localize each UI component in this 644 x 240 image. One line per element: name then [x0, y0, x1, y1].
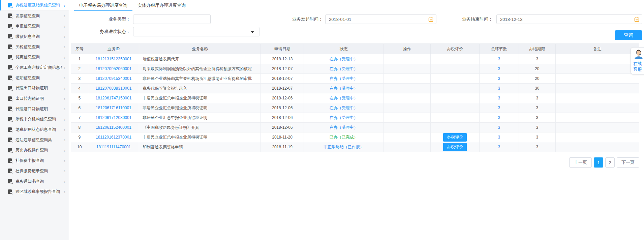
end-time-input[interactable]	[497, 17, 634, 22]
business-id-link[interactable]: 1812061716110001	[96, 106, 131, 110]
sidebar-item[interactable]: 跨区域涉税事项报告查询 ›	[0, 186, 69, 197]
header-status: 状态	[304, 44, 384, 54]
table-header-row: 序号 业务ID 业务名称 申请日期 状态 操作 办税评价 总环节数 办结期限 备…	[71, 44, 639, 54]
calendar-icon[interactable]	[634, 17, 639, 22]
total-steps-link[interactable]: 3	[498, 57, 500, 61]
total-steps-link[interactable]: 3	[498, 96, 500, 100]
tab-office-progress-query[interactable]: 实体办税厅办理进度查询	[132, 0, 191, 11]
customer-service-widget[interactable]: 在线客服	[631, 47, 644, 74]
cell-evaluation	[431, 74, 480, 84]
progress-status-select[interactable]	[133, 27, 259, 36]
sidebar-item[interactable]: 办税进度及结果信息查询 ›	[0, 0, 69, 11]
cell-apply-date: 2018-12-06	[261, 123, 304, 132]
total-steps-link[interactable]: 3	[498, 66, 500, 71]
total-steps-link[interactable]: 3	[498, 115, 500, 120]
total-steps-link[interactable]: 3	[498, 106, 500, 110]
cell-evaluation: 办税评价	[431, 132, 480, 142]
search-button[interactable]: 查询	[615, 30, 642, 40]
business-type-input[interactable]	[133, 14, 211, 24]
total-steps-link[interactable]: 3	[498, 145, 500, 149]
status-text: 在办（受理中）	[330, 125, 358, 130]
sidebar-item[interactable]: 欠税信息查询 ›	[0, 42, 69, 52]
query-document-icon	[7, 158, 13, 163]
query-document-icon	[7, 24, 13, 29]
cell-operation	[384, 123, 431, 132]
evaluation-button[interactable]: 办税评价	[443, 143, 467, 151]
cell-total-steps: 3	[480, 103, 519, 113]
cell-evaluation	[431, 64, 480, 74]
sidebar-item-label: 个体工商户核定定额信息查询	[16, 65, 62, 70]
sidebar-item[interactable]: 历史办税操作查询 ›	[0, 145, 69, 156]
sidebar-item[interactable]: 社保缴费记录查询 ›	[0, 166, 69, 176]
chevron-right-icon: ›	[64, 107, 65, 111]
sidebar-item-label: 纳税信用状态信息查询	[16, 127, 62, 132]
cell-total-steps: 3	[480, 113, 519, 123]
cell-operation	[384, 113, 431, 123]
start-time-input[interactable]	[326, 17, 428, 22]
cell-deadline: 20	[519, 64, 556, 74]
query-document-icon	[7, 44, 13, 50]
sidebar-item[interactable]: 出口转内销证明 ›	[0, 93, 69, 104]
cell-operation	[384, 132, 431, 142]
header-evaluation: 办税评价	[431, 44, 480, 54]
chevron-right-icon: ›	[64, 3, 65, 8]
sidebar-item[interactable]: 证明信息查询 ›	[0, 73, 69, 83]
sidebar-item[interactable]: 社保费申报查询 ›	[0, 155, 69, 166]
table-row: 9 1811201612370001 非居民企业汇总申报企业所得税证明 2018…	[71, 132, 639, 142]
cell-seq: 5	[71, 93, 88, 103]
business-id-link[interactable]: 1812131512350001	[96, 57, 132, 61]
progress-status-value[interactable]	[133, 29, 250, 34]
cell-deadline: 3	[519, 132, 556, 142]
sidebar-item[interactable]: 代理出口货物证明 ›	[0, 83, 69, 94]
business-id-link[interactable]: 1812061152400001	[96, 125, 131, 130]
sidebar-item[interactable]: 发票信息查询 ›	[0, 11, 69, 21]
page-number-button[interactable]: 2	[605, 157, 615, 168]
cell-seq: 8	[71, 123, 88, 132]
business-id-link[interactable]: 1811191111470001	[96, 145, 131, 149]
sidebar-item-label: 历史办税操作查询	[16, 147, 62, 153]
cell-apply-date: 2018-12-06	[261, 103, 304, 113]
business-id-link[interactable]: 1812061712080001	[96, 115, 132, 120]
page-number-button[interactable]: 1	[594, 157, 603, 168]
business-id-link[interactable]: 1811201612370001	[96, 135, 131, 140]
sidebar-item[interactable]: 申报信息查询 ›	[0, 21, 69, 31]
cell-apply-date: 2018-11-19	[261, 142, 304, 152]
sidebar-item[interactable]: 优惠信息查询 ›	[0, 52, 69, 62]
total-steps-link[interactable]: 3	[498, 76, 500, 81]
query-document-icon	[7, 117, 13, 122]
sidebar-item[interactable]: 代理进口货物证明 ›	[0, 104, 69, 114]
cell-deadline: 3	[519, 123, 556, 132]
business-id-link[interactable]: 1812070915340001	[96, 76, 132, 81]
sidebar-item[interactable]: 税务通知书查询 ›	[0, 176, 69, 187]
evaluation-button[interactable]: 办税评价	[443, 133, 467, 142]
sidebar-item[interactable]: 涉税中介机构信息查询 ›	[0, 114, 69, 125]
total-steps-link[interactable]: 3	[498, 135, 500, 140]
cell-business-name: 非居民企业选择由其主要机构场所汇总缴纳企业所得税的审批	[139, 74, 261, 84]
cell-remark	[556, 132, 639, 142]
business-id-link[interactable]: 1812061747150001	[96, 96, 132, 100]
cell-total-steps: 3	[480, 54, 519, 64]
cell-seq: 6	[71, 103, 88, 113]
query-document-icon	[7, 3, 13, 8]
business-id-link[interactable]: 1812070952060001	[96, 66, 132, 71]
tab-etax-progress-query[interactable]: 电子税务局办理进度查询	[74, 0, 132, 11]
business-id-link[interactable]: 1812070838310001	[96, 86, 132, 91]
table-row: 4 1812070838310001 税务代保管资金报告录入 2018-12-0…	[71, 84, 639, 93]
cell-remark	[556, 54, 639, 64]
sidebar-item[interactable]: 个体工商户核定定额信息查询 ›	[0, 62, 69, 73]
cell-status: 在办（受理中）	[304, 93, 384, 103]
tab-bar: 电子税务局办理进度查询 实体办税厅办理进度查询	[69, 0, 644, 11]
cell-business-id: 1812061152400001	[88, 123, 139, 132]
chevron-right-icon: ›	[64, 55, 65, 60]
cell-remark	[556, 123, 639, 132]
prev-page-button[interactable]: 上一页	[569, 157, 592, 168]
sidebar-item[interactable]: 缴款信息查询 ›	[0, 31, 69, 42]
total-steps-link[interactable]: 3	[498, 86, 500, 91]
cell-business-id: 1812070838310001	[88, 84, 139, 93]
sidebar-item-label: 税务通知书查询	[16, 179, 62, 184]
sidebar-item[interactable]: 纳税信用状态信息查询 ›	[0, 124, 69, 135]
sidebar-item[interactable]: 违法违章信息查询类 ›	[0, 135, 69, 145]
header-business-name: 业务名称	[139, 44, 261, 54]
next-page-button[interactable]: 下一页	[617, 157, 639, 168]
total-steps-link[interactable]: 3	[498, 125, 500, 130]
